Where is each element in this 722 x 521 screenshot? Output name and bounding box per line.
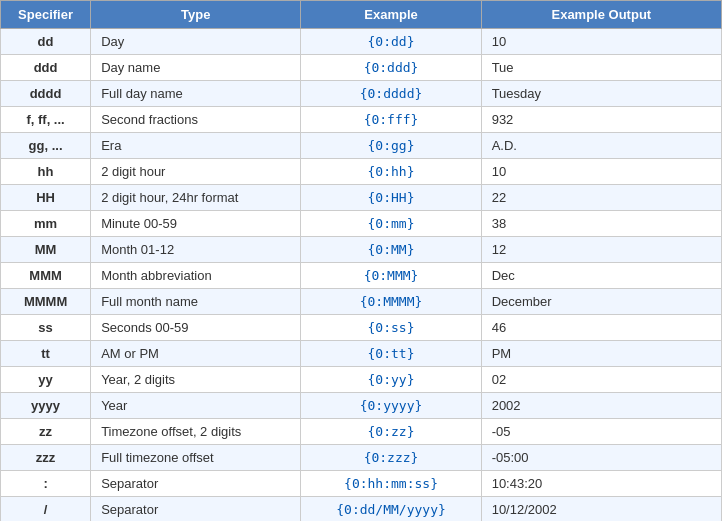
cell-specifier: MM bbox=[1, 237, 91, 263]
cell-example: {0:MMM} bbox=[301, 263, 481, 289]
cell-output: 10 bbox=[481, 159, 721, 185]
cell-specifier: yy bbox=[1, 367, 91, 393]
cell-output: December bbox=[481, 289, 721, 315]
cell-example: {0:zzz} bbox=[301, 445, 481, 471]
cell-output: 10 bbox=[481, 29, 721, 55]
header-example: Example bbox=[301, 1, 481, 29]
cell-type: Full day name bbox=[91, 81, 301, 107]
cell-output: -05:00 bbox=[481, 445, 721, 471]
cell-example: {0:tt} bbox=[301, 341, 481, 367]
cell-example: {0:yyyy} bbox=[301, 393, 481, 419]
header-type: Type bbox=[91, 1, 301, 29]
cell-type: Month 01-12 bbox=[91, 237, 301, 263]
table-row: HH2 digit hour, 24hr format{0:HH}22 bbox=[1, 185, 722, 211]
cell-specifier: gg, ... bbox=[1, 133, 91, 159]
table-row: zzTimezone offset, 2 digits{0:zz}-05 bbox=[1, 419, 722, 445]
cell-output: 10:43:20 bbox=[481, 471, 721, 497]
cell-specifier: yyyy bbox=[1, 393, 91, 419]
table-row: gg, ...Era{0:gg}A.D. bbox=[1, 133, 722, 159]
cell-specifier: zzz bbox=[1, 445, 91, 471]
table-row: MMMMonth abbreviation{0:MMM}Dec bbox=[1, 263, 722, 289]
cell-example: {0:yy} bbox=[301, 367, 481, 393]
cell-output: PM bbox=[481, 341, 721, 367]
cell-example: {0:hh} bbox=[301, 159, 481, 185]
cell-example: {0:dd/MM/yyyy} bbox=[301, 497, 481, 522]
cell-example: {0:dddd} bbox=[301, 81, 481, 107]
cell-specifier: hh bbox=[1, 159, 91, 185]
cell-output: 46 bbox=[481, 315, 721, 341]
table-row: ddDay{0:dd}10 bbox=[1, 29, 722, 55]
table-row: ssSeconds 00-59{0:ss}46 bbox=[1, 315, 722, 341]
cell-specifier: / bbox=[1, 497, 91, 522]
cell-specifier: dddd bbox=[1, 81, 91, 107]
cell-type: Month abbreviation bbox=[91, 263, 301, 289]
cell-output: -05 bbox=[481, 419, 721, 445]
cell-example: {0:hh:mm:ss} bbox=[301, 471, 481, 497]
cell-type: Seconds 00-59 bbox=[91, 315, 301, 341]
cell-specifier: HH bbox=[1, 185, 91, 211]
cell-output: 02 bbox=[481, 367, 721, 393]
cell-specifier: f, ff, ... bbox=[1, 107, 91, 133]
cell-specifier: MMMM bbox=[1, 289, 91, 315]
cell-type: 2 digit hour, 24hr format bbox=[91, 185, 301, 211]
cell-type: Full month name bbox=[91, 289, 301, 315]
table-row: dddDay name{0:ddd}Tue bbox=[1, 55, 722, 81]
cell-output: Dec bbox=[481, 263, 721, 289]
cell-type: AM or PM bbox=[91, 341, 301, 367]
cell-output: 2002 bbox=[481, 393, 721, 419]
cell-specifier: mm bbox=[1, 211, 91, 237]
cell-type: Second fractions bbox=[91, 107, 301, 133]
cell-output: A.D. bbox=[481, 133, 721, 159]
cell-output: 12 bbox=[481, 237, 721, 263]
cell-output: Tue bbox=[481, 55, 721, 81]
cell-specifier: MMM bbox=[1, 263, 91, 289]
cell-specifier: dd bbox=[1, 29, 91, 55]
table-row: yyYear, 2 digits{0:yy}02 bbox=[1, 367, 722, 393]
cell-example: {0:gg} bbox=[301, 133, 481, 159]
cell-output: 10/12/2002 bbox=[481, 497, 721, 522]
table-row: mmMinute 00-59{0:mm}38 bbox=[1, 211, 722, 237]
table-row: ddddFull day name{0:dddd}Tuesday bbox=[1, 81, 722, 107]
table-row: f, ff, ...Second fractions{0:fff}932 bbox=[1, 107, 722, 133]
header-specifier: Specifier bbox=[1, 1, 91, 29]
table-row: MMMMFull month name{0:MMMM}December bbox=[1, 289, 722, 315]
cell-type: 2 digit hour bbox=[91, 159, 301, 185]
cell-specifier: : bbox=[1, 471, 91, 497]
cell-specifier: ss bbox=[1, 315, 91, 341]
table-row: ttAM or PM{0:tt}PM bbox=[1, 341, 722, 367]
cell-example: {0:mm} bbox=[301, 211, 481, 237]
cell-example: {0:ss} bbox=[301, 315, 481, 341]
table-row: yyyyYear{0:yyyy}2002 bbox=[1, 393, 722, 419]
cell-type: Year bbox=[91, 393, 301, 419]
cell-output: 38 bbox=[481, 211, 721, 237]
cell-example: {0:MMMM} bbox=[301, 289, 481, 315]
cell-example: {0:zz} bbox=[301, 419, 481, 445]
cell-example: {0:fff} bbox=[301, 107, 481, 133]
cell-output: 22 bbox=[481, 185, 721, 211]
cell-example: {0:dd} bbox=[301, 29, 481, 55]
header-output: Example Output bbox=[481, 1, 721, 29]
cell-output: Tuesday bbox=[481, 81, 721, 107]
cell-example: {0:ddd} bbox=[301, 55, 481, 81]
table-row: :Separator{0:hh:mm:ss}10:43:20 bbox=[1, 471, 722, 497]
table-row: hh2 digit hour{0:hh}10 bbox=[1, 159, 722, 185]
table-row: /Separator{0:dd/MM/yyyy}10/12/2002 bbox=[1, 497, 722, 522]
cell-specifier: ddd bbox=[1, 55, 91, 81]
cell-type: Minute 00-59 bbox=[91, 211, 301, 237]
cell-type: Era bbox=[91, 133, 301, 159]
table-row: MMMonth 01-12{0:MM}12 bbox=[1, 237, 722, 263]
cell-specifier: tt bbox=[1, 341, 91, 367]
cell-type: Day name bbox=[91, 55, 301, 81]
cell-example: {0:HH} bbox=[301, 185, 481, 211]
table-row: zzzFull timezone offset{0:zzz}-05:00 bbox=[1, 445, 722, 471]
cell-type: Day bbox=[91, 29, 301, 55]
cell-specifier: zz bbox=[1, 419, 91, 445]
cell-example: {0:MM} bbox=[301, 237, 481, 263]
cell-output: 932 bbox=[481, 107, 721, 133]
cell-type: Full timezone offset bbox=[91, 445, 301, 471]
cell-type: Separator bbox=[91, 497, 301, 522]
cell-type: Year, 2 digits bbox=[91, 367, 301, 393]
cell-type: Timezone offset, 2 digits bbox=[91, 419, 301, 445]
cell-type: Separator bbox=[91, 471, 301, 497]
